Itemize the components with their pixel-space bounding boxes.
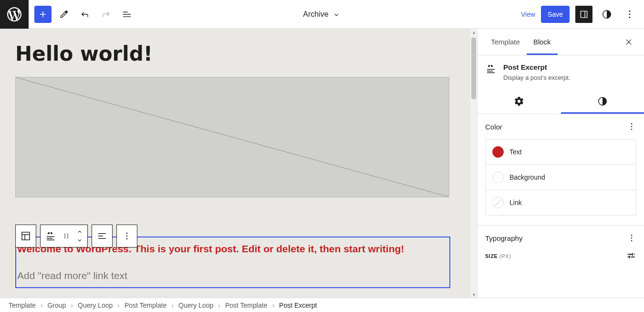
align-button[interactable] [92,225,112,247]
svg-point-1 [629,11,631,12]
chevron-down-icon [332,10,341,19]
svg-point-12 [64,237,65,238]
svg-point-15 [126,236,128,237]
scroll-up-arrow[interactable]: ▴ [470,29,477,35]
editor-canvas[interactable]: Hello world! [0,29,477,298]
post-excerpt-icon [485,63,497,81]
bc-item[interactable]: Template [9,301,36,309]
view-link[interactable]: View [521,11,535,18]
scroll-down-arrow[interactable]: ▾ [470,291,477,298]
post-title[interactable]: Hello world! [15,42,462,65]
settings-tab[interactable] [478,89,561,114]
more-vertical-icon[interactable] [627,233,636,243]
styles-tab[interactable] [561,89,644,114]
svg-point-22 [631,237,633,239]
settings-sidebar: Template Block Post Excerpt Display a po… [477,29,644,298]
add-block-button[interactable] [34,6,52,23]
chevron-down-icon[interactable] [76,236,83,244]
color-panel-header[interactable]: Color [478,114,644,139]
tab-template[interactable]: Template [484,29,527,54]
block-toolbar [15,225,137,247]
document-title-dropdown[interactable]: Archive [303,10,341,19]
wordpress-logo-button[interactable] [0,0,29,29]
svg-point-16 [126,238,128,240]
undo-button[interactable] [76,6,93,23]
tab-block[interactable]: Block [527,29,558,54]
styles-button[interactable] [598,6,615,23]
contrast-icon [597,96,608,107]
more-options-button[interactable] [621,6,638,23]
size-unit: (PX) [499,253,511,259]
edit-mode-button[interactable] [55,6,73,23]
bc-item-current[interactable]: Post Excerpt [279,301,317,309]
drag-handle[interactable] [61,225,72,247]
svg-point-20 [631,129,633,130]
svg-point-14 [126,233,128,234]
readmore-input[interactable] [16,270,449,281]
more-vertical-icon[interactable] [627,122,636,131]
bc-item[interactable]: Query Loop [78,301,113,309]
svg-point-19 [631,126,633,128]
top-toolbar: Archive View Save [0,0,644,29]
block-description: Display a post's excerpt. [503,74,636,81]
svg-point-2 [629,13,631,15]
color-row-background[interactable]: Background [486,164,636,190]
link-color-swatch [492,197,504,208]
gear-icon [514,96,524,107]
svg-point-3 [629,16,631,18]
block-type-button[interactable] [41,225,61,247]
svg-point-21 [631,235,633,236]
svg-point-9 [67,234,68,235]
close-icon [624,38,633,46]
svg-point-11 [67,236,68,237]
svg-point-23 [631,240,633,242]
svg-point-13 [67,237,68,238]
svg-point-18 [631,123,633,125]
breadcrumb: Template › Group › Query Loop › Post Tem… [0,298,644,312]
close-sidebar-button[interactable] [620,33,637,51]
svg-line-4 [16,77,449,197]
color-row-text[interactable]: Text [486,140,636,164]
background-color-swatch [492,172,504,183]
redo-button [97,6,114,23]
chevron-up-icon[interactable] [76,228,83,236]
block-title: Post Excerpt [503,63,636,71]
document-overview-button[interactable] [118,6,135,23]
save-button[interactable]: Save [541,6,570,23]
bc-item[interactable]: Post Template [125,301,166,309]
block-options-button[interactable] [117,225,137,247]
svg-point-8 [64,234,65,235]
bc-item[interactable]: Post Template [225,301,267,309]
sliders-icon[interactable] [626,250,636,261]
move-up-down-buttons[interactable] [72,225,87,247]
color-row-link[interactable]: Link [486,190,636,215]
featured-image-placeholder[interactable] [15,77,449,197]
typography-panel-header[interactable]: Typography [478,226,644,250]
bc-item[interactable]: Query Loop [178,301,213,309]
parent-block-button[interactable] [16,225,36,247]
size-label: SIZE [485,253,498,259]
scrollbar-thumb[interactable] [471,37,476,99]
bc-item[interactable]: Group [47,301,66,309]
text-color-swatch [492,146,504,158]
settings-sidebar-toggle[interactable] [575,6,592,23]
canvas-scrollbar[interactable]: ▴ ▾ [470,29,477,298]
svg-point-10 [64,236,65,237]
document-title: Archive [303,10,328,19]
